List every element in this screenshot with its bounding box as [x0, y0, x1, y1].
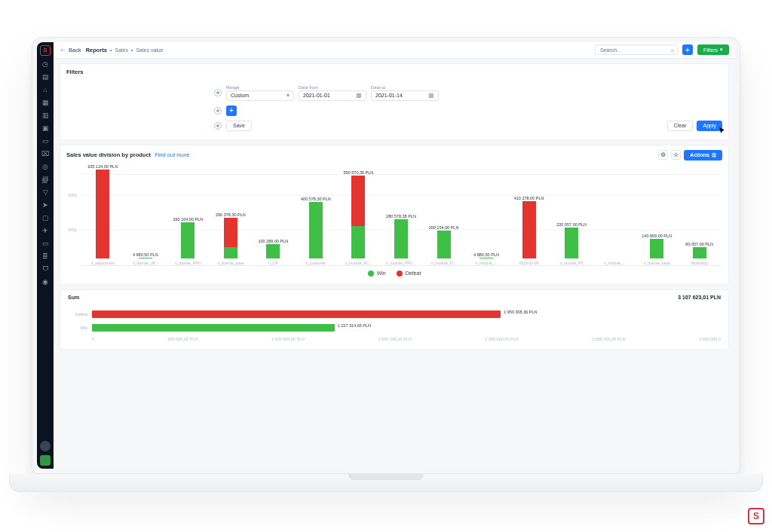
bar-group[interactable]: 4 980,50 PLNn_license_off... — [124, 252, 167, 265]
save-button[interactable]: Save — [226, 121, 252, 131]
apply-button[interactable]: Apply — [697, 121, 722, 131]
topbar: ← Back Reports • Sales • Sales value ⌕ — [54, 42, 735, 59]
find-out-more-link[interactable]: Find out more — [155, 151, 189, 158]
bar-group[interactable]: 80 057,00 PLNWorkshop — [678, 242, 721, 265]
gear-icon[interactable]: ⚙ — [658, 150, 668, 160]
nav-price-icon[interactable]: ∰ — [41, 175, 50, 184]
clear-label: Clear — [674, 123, 687, 128]
chart2-panel: Sum 3 107 623,01 PLN Defeat1 950 308,36 … — [60, 289, 729, 350]
bar-group[interactable]: 290 378,30 PLNn_license_base — [210, 212, 253, 265]
chevron-down-icon: ▾ — [720, 47, 723, 53]
hbar-row[interactable]: Defeat1 950 308,36 PLN — [68, 307, 721, 321]
filters-label: Filters — [703, 47, 718, 53]
add-filter-button[interactable]: + — [226, 105, 237, 116]
date-from-input[interactable]: 2021-01-01 ▦ — [299, 90, 366, 101]
bottom-badge-icon[interactable] — [40, 455, 51, 466]
nav-radar-icon[interactable]: ◉ — [41, 277, 50, 286]
app-logo[interactable]: S — [40, 45, 51, 56]
legend-win[interactable]: Win — [368, 271, 386, 277]
hbar-row[interactable]: Win1 157 314,65 PLN — [68, 321, 721, 335]
nav-calendar-icon[interactable]: ▣ — [41, 124, 50, 133]
clear-button[interactable]: Clear — [667, 121, 694, 131]
date-from-value: 2021-01-01 — [303, 93, 330, 98]
chart2-plot: Defeat1 950 308,36 PLNWin1 157 314,65 PL… — [68, 307, 721, 335]
date-to-value: 2021-01-14 — [375, 93, 403, 98]
bar-group[interactable]: 410 278,00 PLN0019-02-09 — [507, 196, 550, 265]
bar-group[interactable]: n_module_.. — [593, 258, 636, 265]
step-bullet-icon — [214, 89, 222, 96]
breadcrumb: Reports • Sales • Sales value — [86, 47, 164, 54]
bar-group[interactable]: 200 154,00 PLNn_module_Fl... — [422, 225, 465, 265]
laptop-frame: S ◷ ▤ ⌂ ▦ ▥ ▣ ▭ ⌧ ◎ ∰ ▽ ➤ ▢ ✈ ▭ ≣ ⛉ ◉ — [32, 37, 740, 474]
crumb-sales[interactable]: Sales — [115, 47, 128, 53]
bar-group[interactable]: 140 809,00 PLNn_license_base — [636, 234, 679, 265]
content: Filters Range Custom ▾ — [54, 59, 735, 469]
calendar-icon: ▦ — [428, 92, 434, 99]
date-to-input[interactable]: 2021-01-14 ▦ — [371, 90, 439, 101]
nav-send-icon[interactable]: ➤ — [41, 200, 50, 209]
bar-group[interactable]: 260 104,00 PLNn_license_PRO — [167, 217, 210, 265]
nav-chart-icon[interactable]: ▤ — [41, 72, 50, 81]
add-button[interactable]: + — [682, 44, 693, 55]
crumb-root[interactable]: Reports — [86, 47, 107, 54]
nav-clock-icon[interactable]: ◷ — [41, 60, 50, 69]
nav-box-icon[interactable]: ▢ — [41, 213, 50, 222]
bar-group[interactable]: 635 124,00 PLNn_deployment — [81, 164, 124, 265]
chart2-title: Sum — [68, 295, 79, 300]
search-icon[interactable]: ⌕ — [671, 47, 675, 54]
date-from-label: Data from — [299, 85, 366, 90]
chart1-panel: Sales value division by product Find out… — [60, 145, 729, 285]
apply-label: Apply — [703, 123, 716, 128]
date-to-field: Data to 2021-01-14 ▦ — [371, 85, 439, 101]
chart2-total: 3 107 623,01 PLN — [678, 295, 721, 300]
chart1-title: Sales value division by product — [66, 151, 151, 158]
nav-filter-icon[interactable]: ▽ — [41, 188, 50, 197]
nav-rocket-icon[interactable]: ✈ — [41, 226, 50, 235]
back-button[interactable]: ← Back — [60, 46, 81, 54]
bar-group[interactable]: 100 289,00 PLNn_CR — [252, 239, 295, 265]
range-label: Range — [226, 85, 294, 90]
chart1-body: 250k500k635 124,00 PLNn_deployment4 980,… — [60, 165, 728, 284]
bar-group[interactable]: 4 880,50 PLNn_module_... — [465, 252, 508, 265]
bar-group[interactable]: 220 057,00 PLNn_module_PV — [550, 222, 593, 265]
date-from-field: Data from 2021-01-01 ▦ — [299, 85, 366, 101]
nav-folder-icon[interactable]: ▭ — [41, 136, 50, 145]
nav-shield-icon[interactable]: ⛉ — [41, 264, 50, 274]
chevron-down-icon: ▾ — [286, 92, 290, 99]
nav-target-icon[interactable]: ◎ — [41, 162, 50, 171]
actions-button[interactable]: Actions ☰ — [684, 150, 722, 161]
nav-building-icon[interactable]: ▦ — [41, 98, 50, 107]
dot-defeat-icon — [397, 271, 403, 277]
search-box: ⌕ — [595, 44, 678, 55]
laptop-notch — [348, 474, 424, 480]
star-icon[interactable]: ☆ — [671, 150, 681, 160]
crumb-sales-value[interactable]: Sales value — [136, 47, 163, 53]
nav-doc-icon[interactable]: ▥ — [41, 111, 50, 120]
chart2-xaxis: 0500 000,00 PLN1 000 000,00 PLN1 500 000… — [92, 335, 721, 341]
range-select[interactable]: Custom ▾ — [226, 90, 294, 101]
filters-panel: Filters Range Custom ▾ — [60, 63, 729, 140]
nav-suitcase-icon[interactable]: ⌧ — [41, 149, 50, 158]
user-avatar[interactable] — [40, 441, 51, 451]
filters-body: Range Custom ▾ Data from 2021-0 — [60, 80, 728, 139]
search-input[interactable] — [595, 44, 678, 55]
app-root: S ◷ ▤ ⌂ ▦ ▥ ▣ ▭ ⌧ ◎ ∰ ▽ ➤ ▢ ✈ ▭ ≣ ⛉ ◉ — [37, 42, 735, 469]
nav-briefcase-icon[interactable]: ⌂ — [41, 85, 50, 94]
chart1-legend: Win Defeat — [68, 266, 721, 278]
chart2-body: Defeat1 950 308,36 PLNWin1 157 314,65 PL… — [60, 304, 728, 349]
legend-defeat[interactable]: Defeat — [397, 271, 421, 277]
actions-label: Actions — [690, 152, 709, 157]
nav-list-icon[interactable]: ≣ — [41, 252, 50, 261]
menu-icon: ☰ — [712, 152, 716, 158]
bar-group[interactable]: 280 578,38 PLNn_module_PRO... — [380, 214, 423, 265]
bar-group[interactable]: 590 570,30 PLNn_module_AC... — [337, 170, 380, 265]
nav-monitor-icon[interactable]: ▭ — [41, 239, 50, 248]
chart1-plot: 250k500k635 124,00 PLNn_deployment4 980,… — [81, 168, 721, 266]
calendar-icon: ▦ — [356, 92, 362, 99]
range-value: Custom — [231, 93, 249, 98]
filters-title: Filters — [60, 64, 728, 80]
sidebar: S ◷ ▤ ⌂ ▦ ▥ ▣ ▭ ⌧ ◎ ∰ ▽ ➤ ▢ ✈ ▭ ≣ ⛉ ◉ — [37, 42, 54, 469]
page-watermark-icon: S — [748, 508, 764, 524]
filters-button[interactable]: Filters ▾ — [697, 44, 729, 55]
bar-group[interactable]: 400 578,30 PLNn_customer — [295, 197, 338, 264]
